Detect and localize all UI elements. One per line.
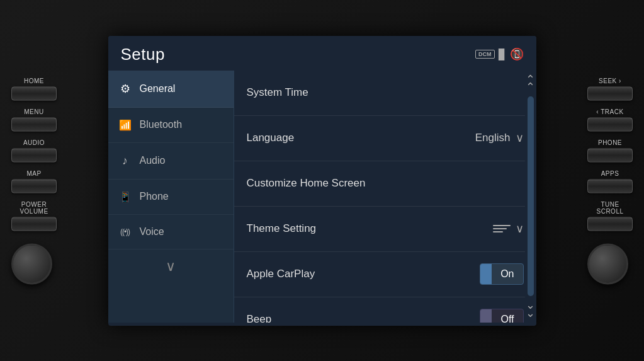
header-icons: DCM ▊ 📵 bbox=[475, 47, 524, 61]
theme-dropdown-icon: ∨ bbox=[516, 222, 524, 236]
main-screen: Setup DCM ▊ 📵 ⚙ General 📶 Bluetooth bbox=[108, 36, 536, 326]
left-knob[interactable] bbox=[11, 243, 52, 284]
home-btn-group: HOME bbox=[11, 77, 57, 100]
left-side-buttons: HOME MENU AUDIO MAP POWER VOLUME bbox=[11, 77, 57, 284]
track-label: ‹ TRACK bbox=[596, 108, 623, 115]
phone-btn-group: PHONE bbox=[587, 139, 633, 162]
theme-lines-icon bbox=[493, 225, 511, 232]
language-value: English bbox=[475, 132, 511, 144]
sidebar-item-audio[interactable]: ♪ Audio bbox=[108, 143, 234, 180]
power-volume-button[interactable] bbox=[11, 217, 57, 231]
scrollbar: ⌃ ⌃ ⌄ ⌄ bbox=[525, 71, 536, 323]
language-row[interactable]: Language English ∨ bbox=[234, 116, 536, 161]
car-frame: HOME MENU AUDIO MAP POWER VOLUME Setup D… bbox=[0, 0, 644, 361]
system-time-label: System Time bbox=[247, 86, 524, 99]
double-down-arrow-icon-2: ⌄ bbox=[526, 309, 535, 318]
beep-toggle[interactable]: Off bbox=[480, 309, 523, 323]
toggle-track-on bbox=[480, 264, 492, 284]
toggle-track-off bbox=[480, 309, 492, 323]
beep-value: Off bbox=[492, 311, 523, 323]
music-note-icon: ♪ bbox=[118, 154, 132, 168]
right-knob[interactable] bbox=[587, 243, 628, 284]
screen-header: Setup DCM ▊ 📵 bbox=[108, 36, 536, 71]
dcm-badge: DCM bbox=[475, 50, 495, 59]
settings-list: System Time Language English ∨ Customize… bbox=[234, 71, 536, 323]
main-panel: System Time Language English ∨ Customize… bbox=[234, 71, 536, 323]
power-volume-btn-group: POWER VOLUME bbox=[11, 200, 57, 231]
phone-label: Phone bbox=[140, 191, 169, 202]
voice-label: Voice bbox=[140, 226, 164, 238]
general-label: General bbox=[140, 83, 176, 95]
menu-button[interactable] bbox=[11, 117, 57, 131]
apple-carplay-row[interactable]: Apple CarPlay On bbox=[234, 252, 536, 297]
scroll-thumb[interactable] bbox=[528, 96, 534, 297]
apple-carplay-toggle[interactable]: On bbox=[480, 263, 523, 285]
sidebar-item-phone[interactable]: 📱 Phone bbox=[108, 180, 234, 215]
audio-label: Audio bbox=[140, 155, 166, 166]
menu-label: MENU bbox=[24, 108, 43, 115]
more-chevron-icon: ∨ bbox=[166, 258, 176, 275]
map-btn-group: MAP bbox=[11, 169, 57, 193]
power-volume-label: POWER VOLUME bbox=[20, 200, 48, 214]
double-up-arrow-icon-2: ⌃ bbox=[526, 83, 535, 91]
gear-icon: ⚙ bbox=[118, 82, 132, 96]
system-time-row[interactable]: System Time bbox=[234, 71, 536, 116]
screen-title: Setup bbox=[121, 45, 165, 64]
home-label: HOME bbox=[24, 77, 44, 84]
beep-label: Beep bbox=[247, 313, 480, 323]
bluetooth-icon: 📶 bbox=[118, 119, 132, 131]
voice-icon: ((•)) bbox=[118, 227, 132, 236]
sidebar-item-voice[interactable]: ((•)) Voice bbox=[108, 215, 234, 249]
map-label: MAP bbox=[26, 169, 41, 176]
audio-label: AUDIO bbox=[23, 139, 45, 146]
seek-button[interactable] bbox=[587, 86, 633, 100]
apple-carplay-value: On bbox=[492, 266, 523, 282]
seek-label: SEEK › bbox=[599, 77, 621, 84]
track-btn-group: ‹ TRACK bbox=[587, 108, 633, 131]
signal-icon: ▊ bbox=[499, 49, 506, 60]
scroll-up-button[interactable]: ⌃ ⌃ bbox=[523, 73, 536, 94]
phone-right-label: PHONE bbox=[598, 139, 622, 146]
sidebar-item-general[interactable]: ⚙ General bbox=[108, 71, 234, 108]
tune-scroll-label: TUNE SCROLL bbox=[596, 200, 623, 214]
sidebar-more-button[interactable]: ∨ bbox=[108, 249, 234, 284]
tune-scroll-button[interactable] bbox=[587, 217, 633, 231]
map-button[interactable] bbox=[11, 179, 57, 193]
sidebar: ⚙ General 📶 Bluetooth ♪ Audio 📱 Phone bbox=[108, 71, 234, 323]
language-dropdown-icon: ∨ bbox=[516, 131, 524, 145]
home-button[interactable] bbox=[11, 86, 57, 100]
apps-button[interactable] bbox=[587, 179, 633, 193]
menu-btn-group: MENU bbox=[11, 108, 57, 131]
theme-setting-row[interactable]: Theme Setting ∨ bbox=[234, 207, 536, 252]
sidebar-item-bluetooth[interactable]: 📶 Bluetooth bbox=[108, 108, 234, 143]
apps-btn-group: APPS bbox=[587, 169, 633, 193]
track-button[interactable] bbox=[587, 117, 633, 131]
customize-home-row[interactable]: Customize Home Screen bbox=[234, 161, 536, 207]
right-side-buttons: SEEK › ‹ TRACK PHONE APPS TUNE SCROLL bbox=[587, 77, 633, 284]
beep-row[interactable]: Beep Off bbox=[234, 297, 536, 323]
language-label: Language bbox=[247, 132, 475, 144]
phone-signal-icon: 📵 bbox=[510, 47, 524, 61]
phone-icon: 📱 bbox=[118, 191, 132, 203]
bluetooth-label: Bluetooth bbox=[140, 119, 183, 130]
seek-btn-group: SEEK › bbox=[587, 77, 633, 100]
apple-carplay-label: Apple CarPlay bbox=[247, 268, 480, 280]
tune-scroll-btn-group: TUNE SCROLL bbox=[587, 200, 633, 231]
apps-label: APPS bbox=[601, 169, 619, 176]
scroll-down-button[interactable]: ⌄ ⌄ bbox=[523, 299, 536, 319]
screen-content: ⚙ General 📶 Bluetooth ♪ Audio 📱 Phone bbox=[108, 71, 536, 323]
theme-setting-label: Theme Setting bbox=[247, 222, 493, 235]
audio-button[interactable] bbox=[11, 148, 57, 162]
audio-btn-group: AUDIO bbox=[11, 139, 57, 162]
customize-home-label: Customize Home Screen bbox=[247, 177, 524, 190]
phone-button[interactable] bbox=[587, 148, 633, 162]
